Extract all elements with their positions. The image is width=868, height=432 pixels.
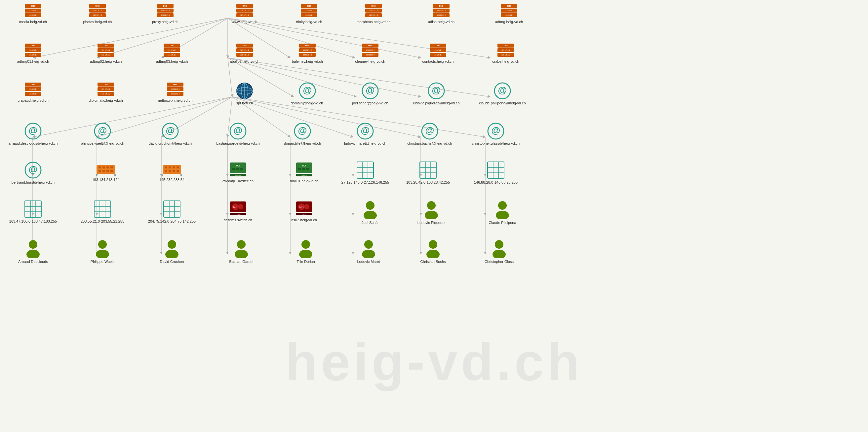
node-adtmg03[interactable]: DNS 123.125.1.3 123.125.1.3 adtmg03.heig… (146, 43, 198, 63)
node-dorian-at[interactable]: @ dorian.tille@heig-vd.ch (276, 122, 329, 145)
node-david-person[interactable]: David Cruchon (146, 239, 198, 264)
node-media[interactable]: DNS 123.125.1.2 123.125.1.2 media.heig-v… (7, 3, 60, 24)
node-philippe-at[interactable]: @ philippe.waelti@heig-vd.ch (76, 122, 129, 145)
node-christopher-person[interactable]: Christopher Glass (473, 239, 526, 264)
svg-point-288 (495, 240, 503, 249)
node-iprange5[interactable]: 203.55.21.0-203.55.21.255 (76, 200, 129, 223)
svg-text:123.125.1.2: 123.125.1.2 (101, 54, 111, 56)
node-iprange1[interactable]: 27.126.146.0-27.126.146.255 (339, 161, 392, 184)
node-bastian-at[interactable]: @ bastian.gardel@heig-vd.ch (212, 122, 265, 145)
node-crapaud[interactable]: DNS 123.125.1.2 123.125.1.2 crapaud.heig… (7, 82, 60, 102)
svg-text:123.125.1.2: 123.125.1.2 (305, 9, 314, 11)
node-iprange3[interactable]: 146.88.28.0-146.88.28.255 (469, 161, 522, 184)
node-david-at[interactable]: @ david.cruchon@heig-vd.ch (144, 122, 197, 145)
node-label: Ludovic Piquerez (417, 221, 445, 225)
svg-text:DNS: DNS (173, 84, 178, 86)
svg-text:123.125.1.2: 123.125.1.2 (303, 49, 312, 51)
node-crabe[interactable]: DNS 123.125.1.2 123.125.1.2 crabe.heig-v… (479, 43, 532, 63)
node-netboxvpn[interactable]: DNS 123.125.1.3 123.125.1.3 netboxvpn.he… (149, 82, 202, 102)
dns-icon: DNS 123.125.1.2 123.125.1.2 (24, 3, 42, 19)
node-claude-at[interactable]: @ claude.philipona@heig-vd.ch (476, 82, 529, 105)
node-label: spf.hefr.ch (236, 101, 253, 105)
email-icon: @ (356, 122, 374, 140)
node-cleanev[interactable]: DNS 123.133.1.2 123.133.1.2 cleanev.heig… (344, 43, 397, 63)
svg-text:123.125.1.2: 123.125.1.2 (434, 54, 443, 56)
svg-point-284 (364, 240, 373, 249)
node-joel-at[interactable]: @ joel.schar@heig-vd.ch (344, 82, 397, 105)
node-christopher-at[interactable]: @ christopher.glass@heig-vd.ch (469, 122, 522, 145)
node-claude-philipona-person[interactable]: Claude Philipona (476, 200, 529, 225)
node-iprange4[interactable]: 163.47.180.0-163.47.183.255 (7, 200, 60, 223)
node-gwsmtp1[interactable]: MX gwsmtp gwsmtp1.avdtec.ch (212, 161, 265, 183)
node-adtmg02[interactable]: DNS 123.125.1.2 123.125.1.2 adtmg02.heig… (79, 43, 132, 63)
person-icon (362, 200, 379, 219)
node-bertrand-at[interactable]: @ bertrand.hurst@heig-vd.ch (7, 161, 60, 184)
node-christian-at[interactable]: @ christian.buchs@heig-vd.ch (403, 122, 456, 145)
netcard-icon (162, 163, 182, 176)
node-trinity[interactable]: DNS 123.125.1.2 123.125.1.2 trinity.heig… (283, 3, 336, 24)
node-label: adtmg03.heig-vd.ch (156, 60, 188, 63)
svg-rect-223 (306, 168, 309, 170)
svg-text:@: @ (28, 125, 37, 135)
svg-text:@: @ (165, 125, 175, 135)
svg-text:123.131.1.2: 123.131.1.2 (369, 14, 378, 16)
dns-icon: DNS 123.125.1.2 123.125.1.2 (300, 3, 318, 19)
node-morpheus[interactable]: DNS 123.131.1.2 123.131.1.2 morpheus.hei… (347, 3, 400, 24)
node-label: 193.134.218.124 (92, 178, 120, 181)
node-arnaud-at[interactable]: @ arnaud.desclouds@heig-vd.ch (7, 122, 60, 145)
svg-text:123.125.1.3: 123.125.1.3 (167, 49, 177, 51)
node-apollo2[interactable]: DNS 125.125.1.2 125.125.1.2 apollo2.heig… (218, 43, 271, 63)
node-joel-person[interactable]: Joel Schär (344, 200, 397, 225)
node-iprange2[interactable]: 103.28.42.0-103.28.42.255 (402, 161, 455, 184)
node-christian-person[interactable]: Christian Buchs (407, 239, 460, 264)
node-label: Bastian Gardel (229, 260, 253, 264)
node-baleinev[interactable]: DNS 123.125.1.2 123.125.1.2 baleinev.hei… (281, 43, 334, 63)
svg-rect-203 (168, 166, 171, 168)
node-philippe-person[interactable]: Philippe Waelti (76, 239, 129, 264)
node-scsnms[interactable]: NS scsnms scsnms.switch.ch (212, 200, 265, 222)
node-domain-at[interactable]: @ domain@heig-vd.ch. (281, 82, 334, 105)
email-icon: @ (427, 82, 445, 100)
person-icon (297, 239, 314, 258)
node-arnaud-person[interactable]: Arnaud Desclouds (7, 239, 60, 264)
svg-text:123.125.1.2: 123.125.1.2 (303, 54, 312, 56)
svg-point-285 (362, 250, 375, 258)
svg-text:123.125.1.2: 123.125.1.2 (29, 49, 38, 51)
node-label: david.cruchon@heig-vd.ch (149, 141, 192, 145)
node-adtmg01[interactable]: DNS 123.125.1.2 123.125.1.2 adtmg01.heig… (7, 43, 60, 63)
svg-text:123.125.1.2: 123.125.1.2 (501, 49, 510, 51)
node-adtmg[interactable]: DNS 123.125.1.2 123.125.1.2 adtmg.heig-v… (483, 3, 535, 24)
node-label: apollo2.heig-vd.ch (230, 60, 259, 63)
node-label: cleanev.heig-vd.ch (355, 60, 385, 63)
svg-point-264 (304, 204, 309, 209)
node-ip1[interactable]: 193.134.218.124 (79, 163, 132, 181)
node-label: bertrand.hurst@heig-vd.ch (11, 180, 55, 184)
node-tille-person[interactable]: Tille Dorian (279, 239, 332, 264)
svg-text:DNS: DNS (436, 44, 440, 46)
svg-text:123.125.1.2: 123.125.1.2 (505, 9, 514, 11)
node-mail01[interactable]: MX mail01 mail01.heig-vd.ch (278, 161, 331, 183)
dns-icon: DNS 123.125.1.3 123.125.1.3 (163, 43, 181, 58)
node-adisa[interactable]: DNS 123.125.1.2 123.125.1.2 adisa.heig-v… (415, 3, 468, 24)
node-label: 103.28.42.0-103.28.42.255 (406, 180, 450, 184)
svg-point-272 (498, 201, 507, 210)
svg-point-278 (167, 240, 176, 249)
node-proxy[interactable]: DNS 123.125.1.3 123.125.1.3 proxy.heig-v… (139, 3, 192, 24)
node-diplomatic[interactable]: DNS 123.125.1.2 123.125.1.2 diplomatic.h… (79, 82, 132, 102)
node-spf[interactable]: spf.hefr.ch (218, 82, 271, 105)
node-ludovic-at[interactable]: @ ludovic.piquerez@heig-vd.ch (410, 82, 463, 105)
node-ludovic-maret-person[interactable]: Ludovic Maret (342, 239, 395, 264)
node-iprange6[interactable]: 204.75.142.0-204.75.142.255 (146, 200, 198, 223)
svg-rect-190 (96, 165, 115, 174)
node-label: media.heig-vd.ch (19, 20, 47, 24)
node-ns02[interactable]: NS ns02 ns02.heig-vd.ch (278, 200, 331, 222)
node-bastian-person[interactable]: Bastian Gardel (215, 239, 268, 264)
node-ludovic-piquerez-person[interactable]: Ludovic Piquerez (405, 200, 458, 225)
person-icon (25, 239, 42, 258)
node-ip2[interactable]: 145.232.233.54 (146, 163, 198, 181)
iprange-icon (419, 161, 437, 179)
node-photos[interactable]: DNS 123.125.1.2 123.125.1.2 photos.heig-… (71, 3, 124, 24)
node-ludovic-maret-at[interactable]: @ ludovic.maret@heig-vd.ch (339, 122, 392, 145)
node-www[interactable]: DNS 125.125.1.2 125.125.1.2 www.heig-vd.… (218, 3, 271, 24)
node-contacts[interactable]: DNS 123.125.1.2 123.125.1.2 contacts.hei… (411, 43, 464, 63)
